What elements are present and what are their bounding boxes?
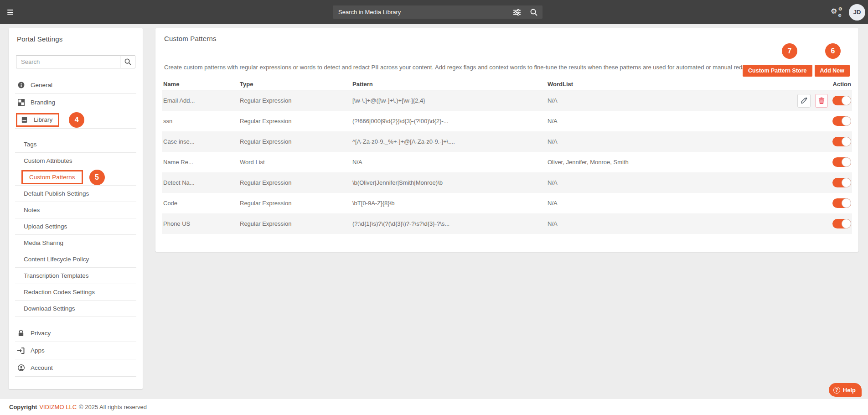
sidebar-title: Portal Settings <box>17 35 136 43</box>
annotation-badge-5: 5 <box>89 170 105 185</box>
sub-item-label: Custom Attributes <box>24 157 72 164</box>
sub-item-label: Redaction Codes Settings <box>24 289 95 296</box>
custom-pattern-store-button[interactable]: Custom Pattern Store <box>743 65 812 77</box>
sidebar-bottom-nav: Privacy Apps Account <box>15 325 136 377</box>
footer-rights: © 2025 All rights reserved <box>79 404 147 410</box>
enable-toggle[interactable] <box>832 198 851 208</box>
sidebar-item-default-publish-settings[interactable]: Default Publish Settings <box>15 186 136 202</box>
sidebar-item-privacy[interactable]: Privacy <box>15 325 136 342</box>
media-library-search-input[interactable] <box>333 9 509 16</box>
cell-wordlist: N/A <box>546 179 796 186</box>
enable-toggle[interactable] <box>832 178 851 187</box>
footer-copyright: Copyright <box>9 404 37 410</box>
cell-wordlist: N/A <box>546 220 796 227</box>
cell-pattern: \bT[0-9A-Z]{8}\b <box>351 200 546 207</box>
question-icon: ? <box>833 387 840 394</box>
user-avatar[interactable]: JD <box>849 4 865 21</box>
column-header-pattern: Pattern <box>351 81 546 88</box>
enable-toggle[interactable] <box>832 96 851 105</box>
delete-button[interactable] <box>815 94 828 108</box>
enable-toggle[interactable] <box>832 137 851 146</box>
sidebar-search-button[interactable] <box>120 55 135 68</box>
add-new-button[interactable]: Add New <box>815 65 850 77</box>
sub-item-label: Transcription Templates <box>24 272 89 279</box>
cell-wordlist: N/A <box>546 97 796 104</box>
sidebar-item-account[interactable]: Account <box>15 359 136 377</box>
sidebar-item-notes[interactable]: Notes <box>15 202 136 218</box>
sidebar-item-download-settings[interactable]: Download Settings <box>15 301 136 317</box>
top-bar: ⚙⚙⚙ JD <box>0 0 868 24</box>
annotation-box-custom-patterns: Custom Patterns <box>21 170 83 184</box>
cell-pattern: N/A <box>351 159 546 166</box>
admin-settings-icon[interactable]: ⚙⚙⚙ <box>831 7 842 18</box>
cell-type: Regular Expression <box>238 97 351 104</box>
cell-pattern: [\w-\.]+@([\w-]+\.)+[\w-]{2,4} <box>351 97 546 104</box>
footer-company-link[interactable]: VIDIZMO LLC <box>39 404 77 410</box>
sidebar-item-label: General <box>31 82 52 88</box>
sidebar-item-media-sharing[interactable]: Media Sharing <box>15 235 136 251</box>
sidebar-item-custom-patterns[interactable]: Custom Patterns 5 <box>15 169 136 186</box>
cell-name: Phone US <box>162 220 238 227</box>
sidebar-item-library[interactable]: Library 4 <box>15 111 136 129</box>
sub-item-label: Custom Patterns <box>29 174 75 181</box>
sidebar-item-tags[interactable]: Tags <box>15 136 136 153</box>
sidebar-item-label: Branding <box>31 99 55 106</box>
branding-icon <box>17 99 25 106</box>
cell-wordlist: N/A <box>546 138 796 145</box>
cell-pattern: ^[A-Za-z0-9._%+-]+@[A-Za-z0-9.-]+\.... <box>351 138 546 145</box>
cell-name: Detect Na... <box>162 179 238 186</box>
edit-button[interactable] <box>797 94 811 108</box>
sub-item-label: Tags <box>24 141 37 148</box>
portal-settings-sidebar: Portal Settings General Branding <box>9 28 143 389</box>
table-row: ssn Regular Expression (?!666|000|9\d{2}… <box>162 111 852 131</box>
sidebar-item-upload-settings[interactable]: Upload Settings <box>15 218 136 235</box>
cell-pattern: (?!666|000|9\d{2})\d{3}-(?!00)\d{2}-... <box>351 118 546 124</box>
sign-in-icon <box>17 347 25 354</box>
cell-name: Email Add... <box>162 97 238 104</box>
help-button[interactable]: ? Help <box>829 383 862 397</box>
table-row: Detect Na... Regular Expression \b(Olive… <box>162 172 852 193</box>
sidebar-item-redaction-codes-settings[interactable]: Redaction Codes Settings <box>15 284 136 301</box>
sub-item-label: Media Sharing <box>24 239 63 246</box>
help-label: Help <box>843 387 856 394</box>
sidebar-item-label: Privacy <box>31 330 51 337</box>
cell-type: Word List <box>238 159 351 166</box>
column-header-wordlist: WordList <box>546 81 796 88</box>
search-filter-icon[interactable] <box>509 9 525 16</box>
sidebar-search-input[interactable] <box>16 55 120 68</box>
table-row: Phone US Regular Expression (?:\d{1}\s)?… <box>162 213 852 234</box>
sidebar-item-content-lifecycle-policy[interactable]: Content Lifecycle Policy <box>15 251 136 268</box>
info-icon <box>17 82 25 89</box>
sidebar-item-label: Account <box>31 364 53 371</box>
sidebar-item-transcription-templates[interactable]: Transcription Templates <box>15 268 136 284</box>
sidebar-nav: General Branding Library 4 Tags Custom A… <box>15 77 136 377</box>
custom-patterns-table: Name Type Pattern WordList Action Email … <box>162 78 852 234</box>
enable-toggle[interactable] <box>832 219 851 228</box>
column-header-action: Action <box>796 81 852 88</box>
enable-toggle[interactable] <box>832 116 851 126</box>
hamburger-menu-icon[interactable] <box>7 10 13 15</box>
sidebar-search <box>16 55 135 68</box>
table-row: Code Regular Expression \bT[0-9A-Z]{8}\b… <box>162 193 852 213</box>
column-header-type: Type <box>238 81 351 88</box>
enable-toggle[interactable] <box>832 157 851 167</box>
cell-type: Regular Expression <box>238 138 351 145</box>
sidebar-item-apps[interactable]: Apps <box>15 342 136 359</box>
sidebar-item-custom-attributes[interactable]: Custom Attributes <box>15 153 136 169</box>
lock-icon <box>17 330 25 337</box>
annotation-badge-4: 4 <box>69 112 84 128</box>
footer: Copyright VIDIZMO LLC © 2025 All rights … <box>0 399 868 415</box>
media-library-search[interactable] <box>333 5 542 19</box>
cell-pattern: \b(Oliver|Jennifer|Smith|Monroe)\b <box>351 179 546 186</box>
annotation-box-library: Library <box>16 113 59 127</box>
table-header-row: Name Type Pattern WordList Action <box>162 78 852 90</box>
cell-wordlist: Oliver, Jennifer, Monroe, Smith <box>546 159 796 166</box>
sidebar-item-label: Apps <box>31 347 45 354</box>
sub-item-label: Upload Settings <box>24 223 67 230</box>
cell-wordlist: N/A <box>546 200 796 207</box>
sidebar-item-branding[interactable]: Branding <box>15 94 136 111</box>
search-icon[interactable] <box>525 9 542 16</box>
sidebar-item-general[interactable]: General <box>15 77 136 94</box>
cell-name: Code <box>162 200 238 207</box>
cell-type: Regular Expression <box>238 118 351 124</box>
